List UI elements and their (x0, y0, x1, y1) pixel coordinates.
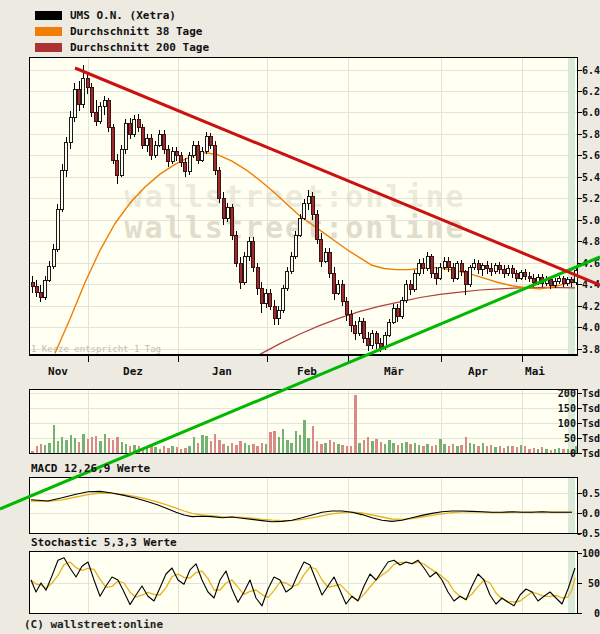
volume-bar (87, 439, 89, 453)
volume-bar (286, 440, 288, 454)
volume-bar (193, 437, 195, 454)
candle-body (197, 145, 200, 160)
candle-body (222, 199, 225, 218)
volume-bar (210, 441, 212, 453)
volume-bar (324, 443, 326, 454)
volume-bar (252, 444, 254, 453)
candle-body (248, 242, 251, 257)
candle-body (554, 281, 557, 285)
candle-body (473, 263, 476, 267)
candle-body (570, 279, 573, 282)
price-axis-label: 4.2 (582, 301, 600, 312)
legend: UMS O.N. (Xetra) Durchschnitt 38 Tage Du… (35, 7, 209, 55)
volume-bar (65, 440, 67, 454)
candle-body (78, 89, 81, 104)
price-axis-label: 4.8 (582, 236, 600, 247)
candle-body (35, 287, 38, 292)
volume-bar (227, 446, 229, 454)
candle-body (401, 301, 404, 317)
candle-body (324, 252, 327, 261)
volume-axis-label: 100 Tsd (558, 418, 600, 429)
volume-bar (380, 442, 382, 453)
volume-bar (180, 449, 182, 453)
candle-body (333, 274, 336, 293)
volume-bar (61, 437, 63, 454)
candle-body (341, 285, 344, 302)
volume-bar (392, 443, 394, 454)
x-axis-label: Mai (525, 365, 545, 378)
candle-body (61, 171, 64, 210)
macd-axis-label: 0.0 (582, 508, 600, 519)
candle-body (443, 261, 446, 267)
candle-body (269, 293, 272, 306)
candle-body (218, 171, 221, 199)
volume-bar (121, 442, 123, 453)
candle-body (239, 263, 242, 282)
legend-label-ma38: Durchschnitt 38 Tage (70, 25, 202, 38)
candle-body (367, 338, 370, 346)
volume-bar (188, 446, 190, 454)
x-axis-label: Jan (212, 365, 232, 378)
price-axis-label: 5.8 (582, 129, 600, 140)
volume-bar (53, 425, 55, 454)
volume-bar (112, 440, 114, 454)
candle-body (31, 282, 34, 286)
recent-band-main (568, 57, 575, 355)
candle-body (39, 292, 42, 297)
candle-body (532, 278, 535, 282)
candle-body (273, 306, 276, 319)
volume-bar (248, 445, 250, 453)
volume-bar (397, 445, 399, 453)
volume-bar (350, 446, 352, 454)
candle-body (175, 152, 178, 156)
candle-body (337, 285, 340, 294)
volume-bar (40, 444, 42, 453)
candle-body (294, 235, 297, 256)
candle-body (150, 139, 153, 156)
volume-axis-label: 0 Tsd (570, 448, 600, 459)
volume-bar (95, 436, 97, 453)
volume-bar (116, 437, 118, 453)
volume-bar (558, 448, 560, 453)
candle-body (426, 257, 429, 269)
volume-bar (91, 437, 93, 454)
candle-body (452, 267, 455, 278)
volume-bar (452, 444, 454, 453)
volume-bar (205, 436, 207, 453)
candle-body (549, 279, 552, 285)
candle-body (350, 315, 353, 326)
volume-bar (333, 442, 335, 453)
candle-body (430, 257, 433, 274)
candle-body (435, 274, 438, 278)
macd-axis-label: -0.5 (576, 528, 600, 539)
volume-bar (231, 443, 233, 454)
candle-body (184, 162, 187, 172)
candle-body (286, 272, 289, 289)
price-axis-label: 5.4 (582, 172, 600, 183)
volume-bar (184, 448, 186, 453)
volume-bar (358, 443, 360, 454)
candle-body (511, 269, 514, 274)
volume-bar (367, 437, 369, 454)
candle-body (243, 257, 246, 283)
volume-bar (516, 447, 518, 453)
volume-bar (256, 446, 258, 453)
volume-bar (511, 446, 513, 454)
candle-body (477, 263, 480, 269)
candle-body (405, 285, 408, 301)
candle-body (447, 261, 450, 267)
volume-bar (235, 445, 237, 453)
volume-bar (269, 432, 271, 453)
panel-bg-vol (29, 389, 577, 453)
candle-body (464, 272, 467, 285)
candle-body (69, 117, 72, 143)
volume-bar (341, 445, 343, 453)
candle-body (299, 218, 302, 235)
candle-body (439, 267, 442, 278)
candle-body (486, 265, 489, 268)
legend-item-ums: UMS O.N. (Xetra) (35, 7, 209, 23)
candle-body (503, 270, 506, 274)
volume-bar (545, 449, 547, 454)
volume-bar (167, 448, 169, 453)
volume-bar (409, 444, 411, 453)
